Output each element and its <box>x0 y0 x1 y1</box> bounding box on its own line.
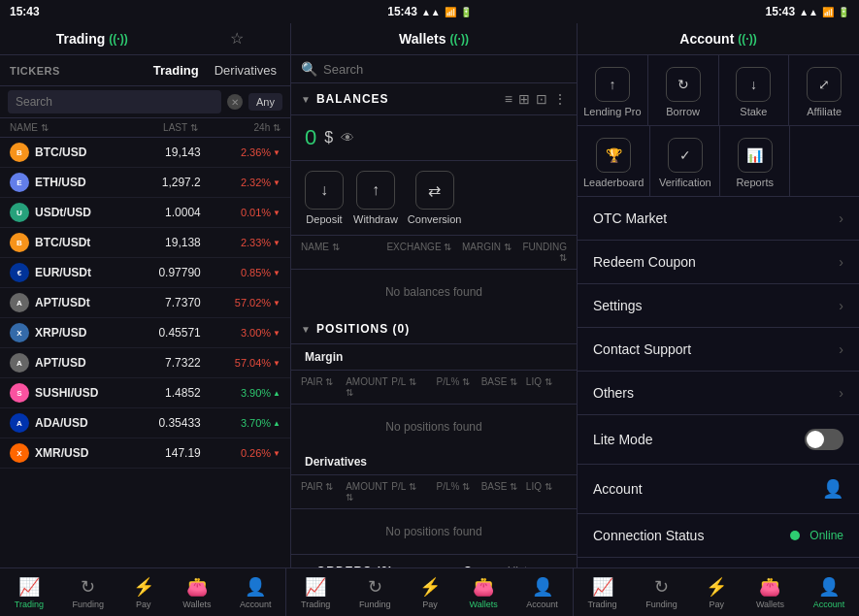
account-item-lending-pro[interactable]: ↑ Lending Pro <box>578 55 647 125</box>
chart-icon[interactable]: ⊡ <box>536 91 547 107</box>
nav-item-trading-nav2[interactable]: 📈 Trading <box>295 572 336 613</box>
nav-item-pay-nav[interactable]: ⚡ Pay <box>127 572 160 613</box>
wallets-signal-icon: ((·)) <box>450 32 469 46</box>
positions-section-header: ▼ POSITIONS (0) <box>291 314 577 344</box>
orders-section-header: ▼ ORDERS (0) Open History ⊿ <box>291 554 577 567</box>
nav-item-account-nav3[interactable]: 👤 Account <box>808 572 851 613</box>
nav-item-wallets-nav[interactable]: 👛 Wallets <box>177 572 216 613</box>
nav-item-account-nav2[interactable]: 👤 Account <box>520 572 564 613</box>
nav-section-wallets: 📈 Trading ↻ Funding ⚡ Pay 👛 Wallets 👤 Ac… <box>286 568 573 616</box>
affiliate-icon: ⤢ <box>807 67 842 102</box>
menu-item-otc-market[interactable]: OTC Market › <box>578 197 859 241</box>
menu-item-lite-mode[interactable]: Lite Mode <box>578 415 859 465</box>
nav-item-pay-nav2[interactable]: ⚡ Pay <box>413 572 446 613</box>
nav-item-pay-nav3[interactable]: ⚡ Pay <box>700 572 733 613</box>
menu-item-others[interactable]: Others › <box>578 372 859 415</box>
ticker-change: 0.26% ▼ <box>201 447 281 459</box>
account-item-leaderboard[interactable]: 🏆 Leaderboard <box>578 126 649 196</box>
funding-nav-label: Funding <box>73 600 105 609</box>
borrow-label: Borrow <box>666 106 700 117</box>
ticker-item[interactable]: U USDt/USD 1.0004 0.01% ▼ <box>0 198 290 228</box>
menu-item-contact-support[interactable]: Contact Support › <box>578 328 859 372</box>
account-item-stake[interactable]: ↓ Stake <box>719 55 789 125</box>
reports-label: Reports <box>736 177 774 188</box>
tab-account[interactable]: Account ((·)) <box>670 29 766 49</box>
menu-item-account[interactable]: Account 👤 <box>578 465 859 514</box>
dth-pair: PAIR ⇅ <box>301 481 342 503</box>
tab-derivatives-ticker[interactable]: Derivatives <box>211 61 281 80</box>
menu-label-others: Others <box>593 385 839 401</box>
nav-item-trading-nav[interactable]: 📈 Trading <box>9 572 50 613</box>
wifi-icon-center: 📶 <box>445 7 456 17</box>
wallet-search-row: 🔍 <box>291 55 577 83</box>
ticker-item[interactable]: E ETH/USD 1,297.2 2.32% ▼ <box>0 168 290 198</box>
any-filter-btn[interactable]: Any <box>248 93 282 111</box>
ticker-item[interactable]: A ADA/USD 0.35433 3.70% ▲ <box>0 408 290 438</box>
ticker-item[interactable]: A APT/USD 7.7322 57.04% ▼ <box>0 348 290 378</box>
ticker-item[interactable]: X XMR/USD 147.19 0.26% ▼ <box>0 438 290 469</box>
ticker-item[interactable]: A APT/USDt 7.7370 57.02% ▼ <box>0 288 290 318</box>
nav-item-trading-nav3[interactable]: 📈 Trading <box>581 572 622 613</box>
wallet-search-input[interactable] <box>323 62 567 77</box>
star-icon[interactable]: ☆ <box>230 29 244 49</box>
status-online-label: Online <box>809 529 843 542</box>
ticker-icon: A <box>10 293 29 312</box>
battery-icon-center: 🔋 <box>460 7 472 17</box>
no-margin-positions: No positions found <box>291 405 577 449</box>
search-icon: 🔍 <box>301 61 317 77</box>
nav-item-funding-nav2[interactable]: ↻ Funding <box>353 572 397 613</box>
lite-mode-toggle[interactable] <box>805 429 843 450</box>
nav-item-funding-nav[interactable]: ↻ Funding <box>67 572 111 613</box>
menu-item-redeem-coupon[interactable]: Redeem Coupon › <box>578 241 859 284</box>
more-icon[interactable]: ⋮ <box>553 91 567 107</box>
search-clear-btn[interactable]: ✕ <box>227 94 243 110</box>
account-item-verification[interactable]: ✓ Verification <box>650 126 719 196</box>
ticker-last: 19,138 <box>127 236 201 249</box>
account-item-affiliate[interactable]: ⤢ Affiliate <box>789 55 859 125</box>
ticker-icon: E <box>10 173 29 192</box>
trading-nav-label: Trading <box>15 600 44 609</box>
nav-item-wallets-nav2[interactable]: 👛 Wallets <box>464 572 504 613</box>
trading-nav2-label: Trading <box>301 600 330 609</box>
ticker-last: 1,297.2 <box>127 176 201 189</box>
nav-item-wallets-nav3[interactable]: 👛 Wallets <box>750 572 790 613</box>
positions-collapse-icon[interactable]: ▼ <box>301 324 311 335</box>
wifi-icon-right: 📶 <box>822 7 834 17</box>
ticker-item[interactable]: B BTC/USDt 19,138 2.33% ▼ <box>0 228 290 258</box>
withdraw-btn[interactable]: ↑ Withdraw <box>353 171 398 225</box>
affiliate-label: Affiliate <box>807 106 842 117</box>
nav-section-account: 📈 Trading ↻ Funding ⚡ Pay 👛 Wallets 👤 Ac… <box>574 568 859 616</box>
ticker-search-input[interactable] <box>8 90 221 113</box>
list-icon[interactable]: ≡ <box>505 91 512 107</box>
nav-item-funding-nav3[interactable]: ↻ Funding <box>640 572 683 613</box>
ticker-change: 57.04% ▼ <box>201 357 281 369</box>
menu-item-connection-status[interactable]: Connection Status Online <box>578 514 859 558</box>
ticker-item[interactable]: B BTC/USD 19,143 2.36% ▼ <box>0 138 290 168</box>
ticker-change: 3.70% ▲ <box>201 417 281 429</box>
eye-icon[interactable]: 👁 <box>341 130 354 146</box>
account-item-reports[interactable]: 📊 Reports <box>720 126 789 196</box>
nav-item-account-nav[interactable]: 👤 Account <box>234 572 278 613</box>
tab-trading[interactable]: Trading ((·)) <box>47 29 138 49</box>
ticker-symbol: USDt/USD <box>35 206 127 219</box>
tab-wallets[interactable]: Wallets ((·)) <box>389 29 479 49</box>
grid-icon[interactable]: ⊞ <box>518 91 530 107</box>
balances-collapse-icon[interactable]: ▼ <box>301 94 311 105</box>
account-item-borrow[interactable]: ↻ Borrow <box>648 55 718 125</box>
tab-trading-ticker[interactable]: Trading <box>149 61 203 80</box>
battery-icon-right: 🔋 <box>838 7 849 17</box>
time-center: 15:43 <box>387 5 417 18</box>
menu-label-settings: Settings <box>593 298 839 313</box>
conversion-btn[interactable]: ⇄ Conversion <box>408 171 462 225</box>
ticker-item[interactable]: S SUSHI/USD 1.4852 3.90% ▲ <box>0 378 290 408</box>
ticker-item[interactable]: € EUR/USDt 0.97790 0.85% ▼ <box>0 258 290 288</box>
positions-label: POSITIONS (0) <box>316 322 567 336</box>
ticker-item[interactable]: X XRP/USD 0.45571 3.00% ▼ <box>0 318 290 348</box>
menu-item-settings[interactable]: Settings › <box>578 284 859 328</box>
wallets-nav2-icon: 👛 <box>473 576 494 598</box>
ticker-last: 7.7370 <box>127 296 201 309</box>
ticker-symbol: XMR/USD <box>35 446 127 460</box>
trading-signal-icon: ((·)) <box>109 32 127 46</box>
deposit-btn[interactable]: ↓ Deposit <box>305 171 344 225</box>
main-content: TICKERS Trading Derivatives ✕ Any NAME ⇅… <box>0 55 859 567</box>
